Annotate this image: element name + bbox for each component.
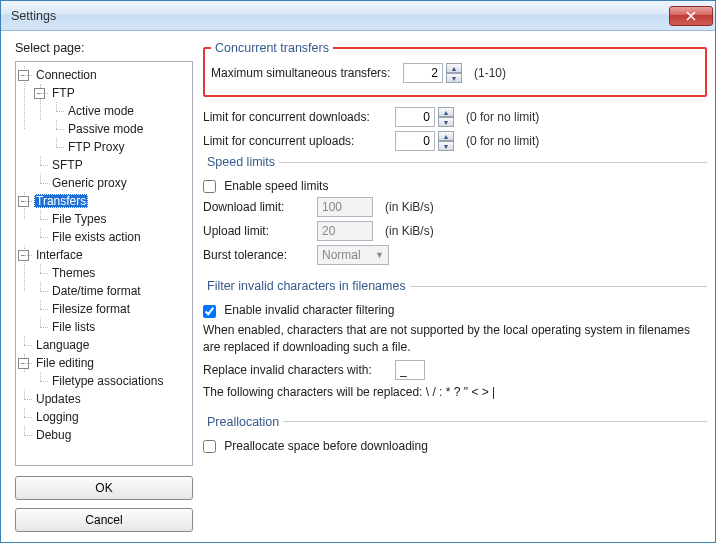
tree-sftp[interactable]: SFTP xyxy=(50,158,85,172)
close-icon xyxy=(686,11,696,21)
tree-file-types[interactable]: File Types xyxy=(50,212,108,226)
dialog-buttons: OK Cancel xyxy=(15,476,193,532)
tree-toggle[interactable]: – xyxy=(18,196,29,207)
tree-debug[interactable]: Debug xyxy=(34,428,73,442)
tree-active-mode[interactable]: Active mode xyxy=(66,104,136,118)
group-prealloc-legend: Preallocation xyxy=(203,415,283,429)
spin-down-icon[interactable]: ▼ xyxy=(438,117,454,127)
group-filter: Filter invalid characters in filenames E… xyxy=(203,279,707,404)
ul-limit-input[interactable] xyxy=(395,131,435,151)
tree-generic-proxy[interactable]: Generic proxy xyxy=(50,176,129,190)
settings-panel: Concurrent transfers Maximum simultaneou… xyxy=(193,41,707,532)
left-column: Select page: – Connection – FTP Active m… xyxy=(15,41,193,532)
chevron-down-icon: ▼ xyxy=(375,250,384,260)
enable-speed-label[interactable]: Enable speed limits xyxy=(203,179,328,193)
tree-updates[interactable]: Updates xyxy=(34,392,83,406)
dl-limit-hint: (0 for no limit) xyxy=(466,110,539,124)
tree-ftp-proxy[interactable]: FTP Proxy xyxy=(66,140,126,154)
ul-limit-hint: (0 for no limit) xyxy=(466,134,539,148)
group-prealloc: Preallocation Preallocate space before d… xyxy=(203,415,707,457)
group-filter-legend: Filter invalid characters in filenames xyxy=(203,279,410,293)
tree-toggle[interactable]: – xyxy=(34,88,45,99)
enable-speed-checkbox[interactable] xyxy=(203,180,216,193)
spin-up-icon[interactable]: ▲ xyxy=(438,131,454,141)
cancel-button[interactable]: Cancel xyxy=(15,508,193,532)
tree-ftp[interactable]: FTP xyxy=(50,86,77,100)
group-speed-legend: Speed limits xyxy=(203,155,279,169)
spin-down-icon[interactable]: ▼ xyxy=(446,73,462,83)
enable-filter-label[interactable]: Enable invalid character filtering xyxy=(203,303,394,317)
dl-speed-unit: (in KiB/s) xyxy=(385,200,434,214)
page-tree[interactable]: – Connection – FTP Active mode Passive m… xyxy=(15,61,193,466)
tree-filetype-assoc[interactable]: Filetype associations xyxy=(50,374,165,388)
replace-input[interactable] xyxy=(395,360,425,380)
group-speed: Speed limits Enable speed limits Downloa… xyxy=(203,155,707,269)
spin-up-icon[interactable]: ▲ xyxy=(446,63,462,73)
dialog-body: Select page: – Connection – FTP Active m… xyxy=(1,31,715,542)
group-concurrent: Concurrent transfers Maximum simultaneou… xyxy=(203,41,707,97)
max-transfers-label: Maximum simultaneous transfers: xyxy=(211,66,397,80)
ul-limit-label: Limit for concurrent uploads: xyxy=(203,134,389,148)
ul-speed-label: Upload limit: xyxy=(203,224,311,238)
tree-file-editing[interactable]: File editing xyxy=(34,356,96,370)
ok-button[interactable]: OK xyxy=(15,476,193,500)
tree-file-lists[interactable]: File lists xyxy=(50,320,97,334)
filter-description: When enabled, characters that are not su… xyxy=(203,322,707,356)
max-transfers-hint: (1-10) xyxy=(474,66,506,80)
prealloc-checkbox[interactable] xyxy=(203,440,216,453)
tree-passive-mode[interactable]: Passive mode xyxy=(66,122,145,136)
tree-toggle[interactable]: – xyxy=(18,250,29,261)
tree-toggle[interactable]: – xyxy=(18,358,29,369)
enable-filter-checkbox[interactable] xyxy=(203,305,216,318)
titlebar: Settings xyxy=(1,1,715,31)
tree-connection[interactable]: Connection xyxy=(34,68,99,82)
select-page-label: Select page: xyxy=(15,41,193,55)
dl-limit-input[interactable] xyxy=(395,107,435,127)
tree-filesize-format[interactable]: Filesize format xyxy=(50,302,132,316)
close-button[interactable] xyxy=(669,6,713,26)
prealloc-label[interactable]: Preallocate space before downloading xyxy=(203,439,428,453)
dl-speed-label: Download limit: xyxy=(203,200,311,214)
dl-limit-label: Limit for concurrent downloads: xyxy=(203,110,389,124)
tree-date-format[interactable]: Date/time format xyxy=(50,284,143,298)
tree-language[interactable]: Language xyxy=(34,338,91,352)
filter-following: The following characters will be replace… xyxy=(203,384,707,401)
tree-toggle[interactable]: – xyxy=(18,70,29,81)
replace-label: Replace invalid characters with: xyxy=(203,363,389,377)
burst-label: Burst tolerance: xyxy=(203,248,311,262)
tree-themes[interactable]: Themes xyxy=(50,266,97,280)
tree-transfers[interactable]: Transfers xyxy=(34,194,88,208)
tree-interface[interactable]: Interface xyxy=(34,248,85,262)
tree-logging[interactable]: Logging xyxy=(34,410,81,424)
max-transfers-input[interactable] xyxy=(403,63,443,83)
spin-down-icon[interactable]: ▼ xyxy=(438,141,454,151)
ul-speed-unit: (in KiB/s) xyxy=(385,224,434,238)
burst-select[interactable]: Normal ▼ xyxy=(317,245,389,265)
settings-window: Settings Select page: – Connection – FTP xyxy=(0,0,716,543)
window-title: Settings xyxy=(11,9,669,23)
dl-speed-input[interactable] xyxy=(317,197,373,217)
tree-file-exists[interactable]: File exists action xyxy=(50,230,143,244)
ul-speed-input[interactable] xyxy=(317,221,373,241)
spin-up-icon[interactable]: ▲ xyxy=(438,107,454,117)
group-concurrent-legend: Concurrent transfers xyxy=(211,41,333,55)
